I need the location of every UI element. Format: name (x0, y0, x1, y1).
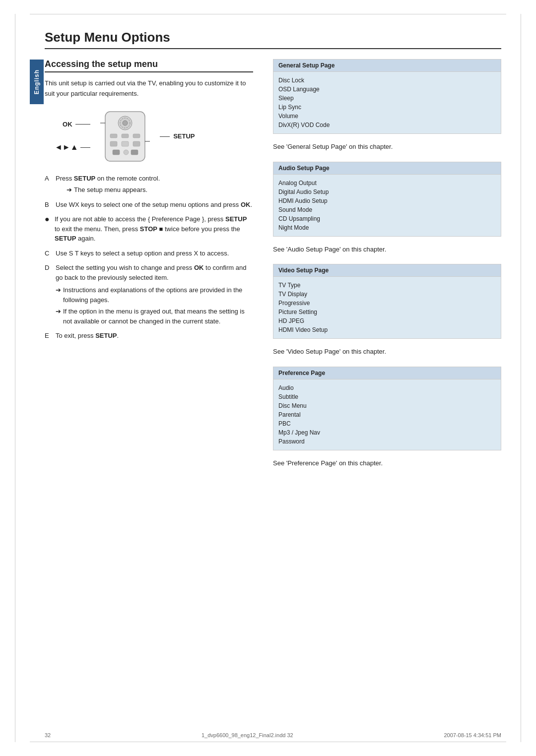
audio-item-1: Analog Output (278, 179, 496, 188)
svg-rect-6 (133, 134, 140, 138)
step-c-letter: C (45, 249, 54, 258)
audio-item-3: HDMI Audio Setup (278, 196, 496, 205)
audio-setup-body: Analog Output Digital Audio Setup HDMI A… (273, 175, 501, 236)
remote-left-labels: OK ◄►▲ (55, 121, 90, 152)
general-setup-body: Disc Lock OSD Language Sleep Lip Sync Vo… (273, 72, 501, 133)
video-see-chapter: See 'Video Setup Page' on this chapter. (273, 347, 501, 357)
video-setup-box: Video Setup Page TV Type TV Display Prog… (273, 264, 501, 339)
svg-rect-10 (113, 150, 120, 155)
step-d-letter: D (45, 263, 54, 273)
audio-setup-box: Audio Setup Page Analog Output Digital A… (273, 162, 501, 237)
right-column: General Setup Page Disc Lock OSD Languag… (273, 59, 501, 726)
video-item-2: TV Display (278, 290, 496, 299)
nav-line (80, 147, 90, 148)
audio-item-2: Digital Audio Setup (278, 188, 496, 196)
general-setup-header: General Setup Page (273, 60, 501, 72)
general-item-2: OSD Language (278, 85, 496, 94)
video-item-5: HD JPEG (278, 316, 496, 325)
general-item-1: Disc Lock (278, 76, 496, 85)
footer-date: 2007-08-15 4:34:51 PM (444, 732, 501, 738)
audio-see-chapter: See 'Audio Setup Page' on this chapter. (273, 245, 501, 254)
svg-rect-11 (124, 150, 129, 155)
page-border-bottom (30, 742, 506, 742)
ok-label: OK (63, 121, 90, 128)
ok-line (75, 124, 90, 125)
footer: 32 1_dvp6600_98_eng12_Final2.indd 32 200… (45, 732, 501, 738)
video-item-6: HDMI Video Setup (278, 325, 496, 334)
general-see-chapter: See 'General Setup Page' on this chapter… (273, 142, 501, 152)
step-e-letter: E (45, 331, 54, 341)
video-setup-body: TV Type TV Display Progressive Picture S… (273, 277, 501, 338)
svg-rect-7 (110, 141, 117, 146)
two-column-layout: Accessing the setup menu This unit setup… (45, 59, 501, 726)
pref-item-2: Subtitle (278, 392, 496, 401)
video-item-4: Picture Setting (278, 308, 496, 316)
audio-item-6: Night Mode (278, 223, 496, 232)
language-label: English (33, 69, 40, 94)
remote-svg (95, 109, 155, 164)
video-item-1: TV Type (278, 281, 496, 290)
setup-label: SETUP (160, 132, 195, 140)
step-b-letter: B (45, 200, 54, 210)
page-number: 32 (45, 732, 51, 738)
step-b-content: Use WX keys to select one of the setup m… (56, 200, 253, 210)
general-item-5: Volume (278, 112, 496, 121)
step-a-letter: A (45, 174, 54, 184)
general-setup-box: General Setup Page Disc Lock OSD Languag… (273, 59, 501, 134)
video-item-3: Progressive (278, 299, 496, 308)
remote-diagram: OK ◄►▲ (55, 109, 253, 164)
svg-point-2 (123, 121, 128, 126)
svg-rect-5 (122, 134, 129, 138)
section-heading: Accessing the setup menu (45, 59, 253, 72)
step-a: A Press SETUP on the remote control. ➔ T… (45, 174, 253, 195)
preference-setup-body: Audio Subtitle Disc Menu Parental PBC Mp… (273, 379, 501, 450)
general-item-6: DivX(R) VOD Code (278, 121, 496, 129)
audio-setup-header: Audio Setup Page (273, 162, 501, 175)
preference-setup-header: Preference Page (273, 367, 501, 379)
setup-line (160, 136, 170, 137)
preference-see-chapter: See 'Preference Page' on this chapter. (273, 458, 501, 468)
preference-setup-box: Preference Page Audio Subtitle Disc Menu… (273, 367, 501, 450)
step-d-note1: ➔ Instructions and explanations of the o… (56, 285, 253, 305)
step-d: D Select the setting you wish to change … (45, 263, 253, 326)
main-content: Setup Menu Options Accessing the setup m… (45, 30, 501, 726)
pref-item-5: PBC (278, 419, 496, 428)
pref-item-7: Password (278, 437, 496, 446)
svg-rect-9 (133, 141, 140, 146)
step-a-note: ➔ The setup menu appears. (56, 185, 253, 195)
step-c: C Use S T keys to select a setup option … (45, 249, 253, 258)
page-title: Setup Menu Options (45, 30, 501, 49)
svg-rect-12 (131, 150, 138, 155)
audio-item-5: CD Upsampling (278, 214, 496, 223)
general-item-4: Lip Sync (278, 103, 496, 112)
step-e-content: To exit, press SETUP. (56, 331, 253, 341)
svg-rect-4 (110, 134, 117, 138)
pref-item-6: Mp3 / Jpeg Nav (278, 428, 496, 437)
pref-item-1: Audio (278, 383, 496, 392)
general-item-3: Sleep (278, 94, 496, 103)
step-d-note2: ➔ If the option in the menu is grayed ou… (56, 307, 253, 326)
left-column: Accessing the setup menu This unit setup… (45, 59, 253, 726)
pref-item-3: Disc Menu (278, 401, 496, 410)
pref-item-4: Parental (278, 410, 496, 419)
step-b: B Use WX keys to select one of the setup… (45, 200, 253, 210)
bullet-step: ● If you are not able to access the { Pr… (45, 214, 253, 244)
page-border-right (521, 14, 521, 742)
step-a-content: Press SETUP on the remote control. ➔ The… (56, 174, 253, 195)
bullet-content: If you are not able to access the { Pref… (55, 214, 253, 244)
footer-filename: 1_dvp6600_98_eng12_Final2.indd 32 (201, 732, 293, 738)
page-border-left (15, 14, 15, 742)
audio-item-4: Sound Mode (278, 205, 496, 214)
step-e: E To exit, press SETUP. (45, 331, 253, 341)
intro-text: This unit setup is carried out via the T… (45, 78, 253, 99)
nav-arrows: ◄►▲ (55, 143, 90, 152)
svg-rect-8 (122, 141, 129, 146)
video-setup-header: Video Setup Page (273, 264, 501, 277)
step-d-content: Select the setting you wish to change an… (56, 263, 253, 326)
page-border-top (30, 14, 506, 14)
language-tab: English (30, 60, 44, 104)
step-c-content: Use S T keys to select a setup option an… (56, 249, 253, 258)
